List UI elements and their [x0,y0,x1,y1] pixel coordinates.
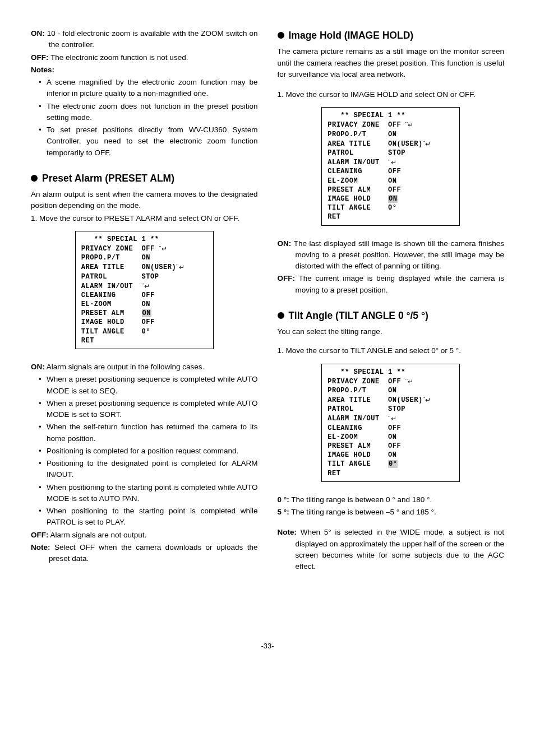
image-hold-heading: Image Hold (IMAGE HOLD) [278,28,505,43]
preset-step-1: 1. Move the cursor to PRESET ALARM and s… [31,213,258,224]
arrow-icon: ¨↵ [142,282,150,290]
elzoom-off-desc: OFF: The electronic zoom function is not… [31,52,258,63]
list-item: When positioning to the starting point i… [39,482,258,505]
arrow-icon: ¨↵ [159,245,167,253]
imagehold-on-desc: ON: The last displayed still image is sh… [278,238,505,272]
bullet-icon [31,175,38,182]
arrow-icon: ¨↵ [423,140,431,148]
menu-highlight: 0° [388,460,398,468]
tilt-note: Note: When 5° is selected in the WIDE mo… [278,527,505,572]
elzoom-on-desc: ON: 10 - fold electronic zoom is availab… [31,28,258,51]
five-label: 5 °: [278,508,289,516]
arrow-icon: ¨↵ [423,396,431,404]
list-item: To set preset positions directly from WV… [39,124,258,159]
tilt-5-desc: 5 °: The tilting range is between –5 ° a… [278,507,505,518]
on-label: ON: [31,29,45,38]
tilt-0-desc: 0 °: The tilting range is between 0 ° an… [278,494,505,505]
tilt-step-1: 1. Move the cursor to TILT ANGLE and sel… [278,345,505,356]
list-item: The electronic zoom does not function in… [39,101,258,124]
imagehold-off-desc: OFF: The current image is being displaye… [278,273,505,296]
image-hold-intro: The camera picture remains as a still im… [278,46,505,80]
special-menu-preset: ** SPECIAL 1 ** PRIVACY ZONE OFF ¨↵ PROP… [75,231,214,349]
menu-highlight: ON [388,195,398,203]
list-item: Positioning is completed for a position … [39,446,258,457]
list-item: When a preset positioning sequence is co… [39,374,258,397]
image-hold-step-1: 1. Move the cursor to IMAGE HOLD and sel… [278,89,505,100]
bullet-icon [278,32,284,39]
list-item: A scene magnified by the electronic zoom… [39,77,258,100]
preset-note: Note: Select OFF when the camera downloa… [31,542,258,565]
on-label: ON: [278,239,292,248]
arrow-icon: ¨↵ [405,121,414,129]
elzoom-notes-list: A scene magnified by the electronic zoom… [31,77,258,159]
preset-on-desc: ON: Alarm signals are output in the foll… [31,361,258,373]
preset-off-desc: OFF: Alarm signals are not output. [31,530,258,541]
off-label: OFF: [31,531,49,539]
note-label: Note: [278,528,297,536]
list-item: When the self-return function has return… [39,421,258,444]
arrow-icon: ¨↵ [388,415,396,423]
special-menu-imagehold: ** SPECIAL 1 ** PRIVACY ZONE OFF ¨↵ PROP… [321,107,460,225]
preset-cases-list: When a preset positioning sequence is co… [31,374,258,528]
arrow-icon: ¨↵ [405,378,414,386]
special-menu-tilt: ** SPECIAL 1 ** PRIVACY ZONE OFF ¨↵ PROP… [321,364,460,482]
arrow-icon: ¨↵ [176,263,185,271]
bullet-icon [278,312,284,319]
on-label: ON: [31,363,45,371]
off-label: OFF: [278,274,296,282]
tilt-angle-heading: Tilt Angle (TILT ANGLE 0 °/5 °) [278,308,505,323]
menu-highlight: ON [142,309,151,317]
preset-alarm-heading: Preset Alarm (PRESET ALM) [31,171,258,185]
arrow-icon: ¨↵ [388,159,396,166]
list-item: When a preset positioning sequence is co… [39,398,258,421]
page-number: -33- [31,641,504,652]
notes-heading: Notes: [31,64,258,76]
tilt-intro: You can select the tilting range. [278,326,505,337]
list-item: Positioning to the designated point is c… [39,458,258,481]
preset-intro: An alarm output is sent when the camera … [31,189,258,212]
zero-label: 0 °: [278,495,289,504]
list-item: When positioning to the starting point i… [39,505,258,528]
note-label: Note: [31,543,50,551]
off-label: OFF: [31,53,49,62]
